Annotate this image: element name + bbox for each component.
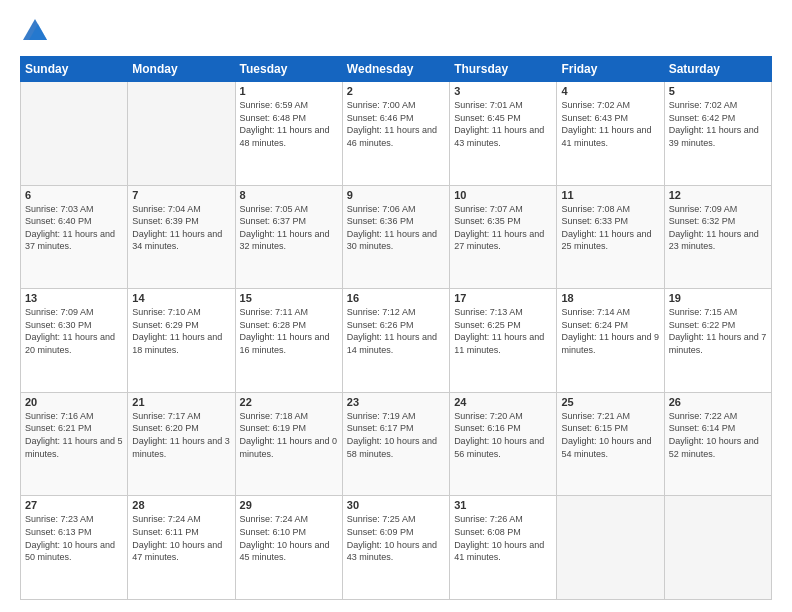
day-number: 9: [347, 189, 445, 201]
day-info: Sunrise: 7:11 AMSunset: 6:28 PMDaylight:…: [240, 306, 338, 356]
day-number: 25: [561, 396, 659, 408]
day-info: Sunrise: 7:24 AMSunset: 6:10 PMDaylight:…: [240, 513, 338, 563]
calendar-cell: 1Sunrise: 6:59 AMSunset: 6:48 PMDaylight…: [235, 82, 342, 186]
day-number: 17: [454, 292, 552, 304]
day-number: 6: [25, 189, 123, 201]
calendar-cell: 18Sunrise: 7:14 AMSunset: 6:24 PMDayligh…: [557, 289, 664, 393]
day-info: Sunrise: 7:08 AMSunset: 6:33 PMDaylight:…: [561, 203, 659, 253]
calendar-cell: 2Sunrise: 7:00 AMSunset: 6:46 PMDaylight…: [342, 82, 449, 186]
day-number: 4: [561, 85, 659, 97]
calendar-week-row: 27Sunrise: 7:23 AMSunset: 6:13 PMDayligh…: [21, 496, 772, 600]
calendar-cell: 3Sunrise: 7:01 AMSunset: 6:45 PMDaylight…: [450, 82, 557, 186]
day-info: Sunrise: 7:02 AMSunset: 6:42 PMDaylight:…: [669, 99, 767, 149]
calendar-cell: 21Sunrise: 7:17 AMSunset: 6:20 PMDayligh…: [128, 392, 235, 496]
day-info: Sunrise: 6:59 AMSunset: 6:48 PMDaylight:…: [240, 99, 338, 149]
day-info: Sunrise: 7:16 AMSunset: 6:21 PMDaylight:…: [25, 410, 123, 460]
day-number: 26: [669, 396, 767, 408]
day-info: Sunrise: 7:00 AMSunset: 6:46 PMDaylight:…: [347, 99, 445, 149]
day-number: 15: [240, 292, 338, 304]
day-number: 20: [25, 396, 123, 408]
day-number: 11: [561, 189, 659, 201]
calendar-cell: 19Sunrise: 7:15 AMSunset: 6:22 PMDayligh…: [664, 289, 771, 393]
day-number: 7: [132, 189, 230, 201]
calendar-cell: 17Sunrise: 7:13 AMSunset: 6:25 PMDayligh…: [450, 289, 557, 393]
calendar-week-row: 13Sunrise: 7:09 AMSunset: 6:30 PMDayligh…: [21, 289, 772, 393]
day-info: Sunrise: 7:09 AMSunset: 6:32 PMDaylight:…: [669, 203, 767, 253]
calendar-cell: 20Sunrise: 7:16 AMSunset: 6:21 PMDayligh…: [21, 392, 128, 496]
day-number: 28: [132, 499, 230, 511]
weekday-header: Friday: [557, 57, 664, 82]
day-info: Sunrise: 7:13 AMSunset: 6:25 PMDaylight:…: [454, 306, 552, 356]
day-number: 29: [240, 499, 338, 511]
day-number: 13: [25, 292, 123, 304]
logo: [20, 16, 54, 46]
header: [20, 16, 772, 46]
calendar-cell: 7Sunrise: 7:04 AMSunset: 6:39 PMDaylight…: [128, 185, 235, 289]
calendar-cell: 15Sunrise: 7:11 AMSunset: 6:28 PMDayligh…: [235, 289, 342, 393]
calendar-cell: 29Sunrise: 7:24 AMSunset: 6:10 PMDayligh…: [235, 496, 342, 600]
day-info: Sunrise: 7:05 AMSunset: 6:37 PMDaylight:…: [240, 203, 338, 253]
day-number: 31: [454, 499, 552, 511]
day-number: 18: [561, 292, 659, 304]
calendar-week-row: 1Sunrise: 6:59 AMSunset: 6:48 PMDaylight…: [21, 82, 772, 186]
calendar-cell: 23Sunrise: 7:19 AMSunset: 6:17 PMDayligh…: [342, 392, 449, 496]
day-info: Sunrise: 7:19 AMSunset: 6:17 PMDaylight:…: [347, 410, 445, 460]
day-number: 5: [669, 85, 767, 97]
day-info: Sunrise: 7:20 AMSunset: 6:16 PMDaylight:…: [454, 410, 552, 460]
day-number: 24: [454, 396, 552, 408]
day-number: 1: [240, 85, 338, 97]
day-number: 12: [669, 189, 767, 201]
calendar-cell: 25Sunrise: 7:21 AMSunset: 6:15 PMDayligh…: [557, 392, 664, 496]
calendar-cell: [557, 496, 664, 600]
day-number: 16: [347, 292, 445, 304]
logo-icon: [20, 16, 50, 46]
day-info: Sunrise: 7:24 AMSunset: 6:11 PMDaylight:…: [132, 513, 230, 563]
calendar-cell: 14Sunrise: 7:10 AMSunset: 6:29 PMDayligh…: [128, 289, 235, 393]
calendar-cell: 12Sunrise: 7:09 AMSunset: 6:32 PMDayligh…: [664, 185, 771, 289]
day-number: 21: [132, 396, 230, 408]
weekday-header: Thursday: [450, 57, 557, 82]
day-number: 23: [347, 396, 445, 408]
calendar-cell: 4Sunrise: 7:02 AMSunset: 6:43 PMDaylight…: [557, 82, 664, 186]
day-info: Sunrise: 7:06 AMSunset: 6:36 PMDaylight:…: [347, 203, 445, 253]
day-number: 2: [347, 85, 445, 97]
day-info: Sunrise: 7:15 AMSunset: 6:22 PMDaylight:…: [669, 306, 767, 356]
day-info: Sunrise: 7:23 AMSunset: 6:13 PMDaylight:…: [25, 513, 123, 563]
calendar-cell: [664, 496, 771, 600]
weekday-header: Monday: [128, 57, 235, 82]
day-number: 30: [347, 499, 445, 511]
day-info: Sunrise: 7:10 AMSunset: 6:29 PMDaylight:…: [132, 306, 230, 356]
weekday-header: Saturday: [664, 57, 771, 82]
weekday-header: Tuesday: [235, 57, 342, 82]
calendar-cell: 16Sunrise: 7:12 AMSunset: 6:26 PMDayligh…: [342, 289, 449, 393]
calendar-cell: 30Sunrise: 7:25 AMSunset: 6:09 PMDayligh…: [342, 496, 449, 600]
day-info: Sunrise: 7:14 AMSunset: 6:24 PMDaylight:…: [561, 306, 659, 356]
calendar-cell: 6Sunrise: 7:03 AMSunset: 6:40 PMDaylight…: [21, 185, 128, 289]
day-info: Sunrise: 7:09 AMSunset: 6:30 PMDaylight:…: [25, 306, 123, 356]
day-info: Sunrise: 7:12 AMSunset: 6:26 PMDaylight:…: [347, 306, 445, 356]
day-number: 10: [454, 189, 552, 201]
day-info: Sunrise: 7:22 AMSunset: 6:14 PMDaylight:…: [669, 410, 767, 460]
calendar-week-row: 20Sunrise: 7:16 AMSunset: 6:21 PMDayligh…: [21, 392, 772, 496]
calendar-cell: 11Sunrise: 7:08 AMSunset: 6:33 PMDayligh…: [557, 185, 664, 289]
calendar-cell: 13Sunrise: 7:09 AMSunset: 6:30 PMDayligh…: [21, 289, 128, 393]
calendar-cell: 8Sunrise: 7:05 AMSunset: 6:37 PMDaylight…: [235, 185, 342, 289]
calendar-cell: 5Sunrise: 7:02 AMSunset: 6:42 PMDaylight…: [664, 82, 771, 186]
weekday-header: Sunday: [21, 57, 128, 82]
day-number: 22: [240, 396, 338, 408]
calendar-cell: 9Sunrise: 7:06 AMSunset: 6:36 PMDaylight…: [342, 185, 449, 289]
day-number: 14: [132, 292, 230, 304]
calendar-cell: 26Sunrise: 7:22 AMSunset: 6:14 PMDayligh…: [664, 392, 771, 496]
calendar-cell: 22Sunrise: 7:18 AMSunset: 6:19 PMDayligh…: [235, 392, 342, 496]
day-info: Sunrise: 7:26 AMSunset: 6:08 PMDaylight:…: [454, 513, 552, 563]
day-info: Sunrise: 7:21 AMSunset: 6:15 PMDaylight:…: [561, 410, 659, 460]
calendar-cell: 24Sunrise: 7:20 AMSunset: 6:16 PMDayligh…: [450, 392, 557, 496]
day-number: 27: [25, 499, 123, 511]
day-info: Sunrise: 7:18 AMSunset: 6:19 PMDaylight:…: [240, 410, 338, 460]
calendar-cell: [128, 82, 235, 186]
calendar-table: SundayMondayTuesdayWednesdayThursdayFrid…: [20, 56, 772, 600]
day-info: Sunrise: 7:04 AMSunset: 6:39 PMDaylight:…: [132, 203, 230, 253]
calendar-cell: 31Sunrise: 7:26 AMSunset: 6:08 PMDayligh…: [450, 496, 557, 600]
day-number: 3: [454, 85, 552, 97]
day-number: 8: [240, 189, 338, 201]
